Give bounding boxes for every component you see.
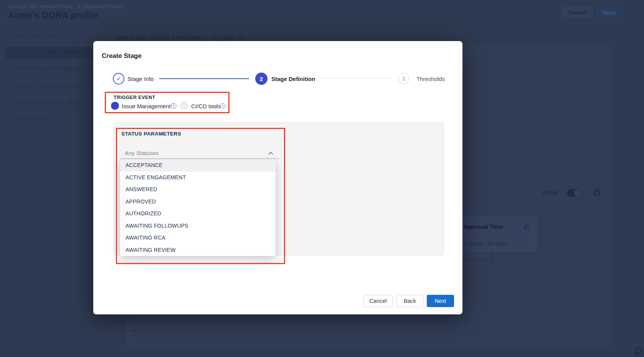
modal-next-button[interactable]: Next [427, 295, 454, 307]
active-toggle-label: Active [542, 189, 558, 195]
sidebar-section-configuration: CONFIGURATION [12, 32, 58, 38]
status-option[interactable]: ACCEPTANCE [120, 159, 276, 172]
step-stage-info-label: Stage Info [127, 76, 154, 82]
sidebar-item-mean-time-to-restore: MEAN TIME TO RESTORE [17, 83, 85, 89]
radio-cicd-tools-label[interactable]: CI/CD tools [191, 103, 221, 109]
connector-dashed-vertical [492, 252, 492, 260]
breadcrumb-account: Account: SEI-Internal-Prod2 [8, 3, 73, 9]
trigger-event-label: TRIGGER EVENT [114, 95, 155, 100]
step-stage-definition-circle[interactable]: 2 [255, 73, 268, 85]
add-stage-button: + [129, 326, 139, 336]
step-stage-info-circle[interactable]: ✓ [113, 73, 124, 84]
header-divider [0, 25, 644, 26]
connector-dashed-below-modal [134, 314, 134, 325]
status-option[interactable]: APPROVED [120, 196, 276, 208]
sidebar-item-lead-time-for-changes: LEAD TIME FOR CHANGES [17, 50, 88, 55]
check-icon: ✓ [116, 75, 121, 82]
stepper-connector-complete [159, 78, 249, 79]
help-chat-icon [634, 346, 644, 357]
status-option[interactable]: AWAITING RCA [120, 232, 276, 244]
approval-time-card-title: Approval Time [463, 223, 503, 230]
app-screen: Account: SEI-Internal-Prod2 Workflow Pro… [0, 0, 644, 357]
toggle-knob [574, 190, 581, 196]
sidebar-item-deployment-frequency: DEPLOYMENT FREQUENCY [17, 66, 91, 72]
breadcrumb-chevron-icon [76, 5, 80, 8]
status-option[interactable]: AWAITING FOLLOWUPS [120, 220, 276, 232]
statuses-select[interactable]: Any Statuses [125, 150, 159, 156]
statuses-dropdown: ACCEPTANCE ACTIVE ENGAGEMENT ANSWERED AP… [120, 159, 276, 256]
radio-issue-management[interactable] [111, 102, 119, 110]
breadcrumb-workflow-profiles: Workflow Profiles [84, 3, 124, 9]
step-stage-definition-label: Stage Definition [271, 76, 315, 82]
breadcrumb: Account: SEI-Internal-Prod2 Workflow Pro… [8, 3, 124, 9]
modal-back-button[interactable]: Back [396, 295, 424, 307]
stepper-connector-upcoming [317, 78, 392, 79]
lock-icon [593, 188, 600, 198]
sidebar-item-change-failure-rate: CHANGE FAILURE RATE [17, 100, 81, 106]
page-title: Acme's DORA profile [8, 10, 98, 21]
status-option[interactable]: AWAITING REVIEW [120, 244, 276, 256]
right-panel-divider [631, 26, 631, 357]
modal-title: Create Stage [102, 52, 142, 60]
status-option[interactable]: ANSWERED [120, 183, 276, 196]
page-cancel-button: Cancel [561, 6, 593, 18]
step-thresholds-circle[interactable]: 3 [398, 73, 409, 84]
select-underline [120, 159, 279, 159]
step-thresholds-label: Thresholds [416, 76, 445, 82]
radio-issue-management-label[interactable]: Issue Management [122, 103, 171, 109]
step-2-number: 2 [260, 76, 263, 82]
status-parameters-label: STATUS PARAMETERS [121, 131, 181, 137]
active-toggle [567, 189, 581, 197]
page-save-button: Save [596, 6, 622, 18]
info-icon[interactable]: ⓘ [220, 102, 226, 110]
edit-pencil-icon [523, 223, 530, 231]
sidebar-section-association: ASSOCIATION [12, 116, 49, 122]
step-3-number: 3 [402, 76, 405, 82]
note-text: Note: A task could be a new feature, sto… [116, 34, 246, 40]
modal-cancel-button[interactable]: Cancel [363, 295, 393, 307]
status-option[interactable]: AUTHORIZED [120, 208, 276, 220]
radio-cicd-tools[interactable] [180, 102, 188, 110]
info-icon[interactable]: ⓘ [171, 102, 177, 110]
status-option[interactable]: ACTIVE ENGAGEMENT [120, 172, 276, 184]
create-stage-modal: Create Stage ✓ Stage Info 2 Stage Defini… [93, 41, 462, 314]
